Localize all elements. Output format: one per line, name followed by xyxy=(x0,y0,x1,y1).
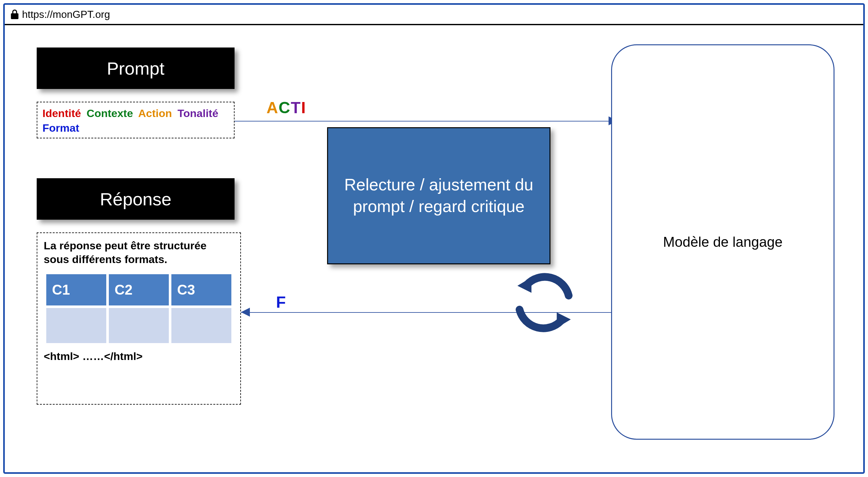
acti-c: C xyxy=(279,99,291,117)
sample-table: C1 C2 C3 xyxy=(44,272,234,346)
svg-marker-0 xyxy=(517,277,531,293)
svg-marker-1 xyxy=(557,312,571,328)
palette-contexte: Contexte xyxy=(87,107,133,119)
prompt-title-box: Prompt xyxy=(37,47,235,89)
browser-window: https://monGPT.org Prompt Identité Conte… xyxy=(3,3,865,474)
reponse-detail-box: La réponse peut être structurée sous dif… xyxy=(37,233,241,405)
table-row xyxy=(46,308,231,343)
arrow-prompt-to-model xyxy=(235,121,611,122)
review-text: Relecture / ajustement du prompt / regar… xyxy=(338,174,540,217)
palette-identite: Identité xyxy=(42,107,81,119)
reponse-title: Réponse xyxy=(100,189,172,209)
table-header-c2: C2 xyxy=(109,274,169,305)
arrow-head-left-icon xyxy=(241,308,250,317)
review-box: Relecture / ajustement du prompt / regar… xyxy=(327,127,551,264)
reponse-description: La réponse peut être structurée sous dif… xyxy=(44,239,234,266)
language-model-box: Modèle de langage xyxy=(611,44,835,440)
diagram-frame: https://monGPT.org Prompt Identité Conte… xyxy=(0,0,868,477)
address-bar: https://monGPT.org xyxy=(5,5,863,25)
url-text: https://monGPT.org xyxy=(22,9,110,21)
acti-i: I xyxy=(301,99,306,117)
table-cell xyxy=(109,308,169,343)
f-label: F xyxy=(276,293,286,311)
cycle-arrows-icon xyxy=(509,268,579,338)
html-sample-text: <html> ……</html> xyxy=(44,350,234,363)
palette-action: Action xyxy=(138,107,172,119)
acti-a: A xyxy=(267,99,279,117)
acti-label: ACTI xyxy=(267,99,306,117)
palette-tonalite: Tonalité xyxy=(178,107,218,119)
prompt-palette-box: Identité Contexte Action Tonalité Format xyxy=(37,102,235,138)
language-model-label: Modèle de langage xyxy=(663,234,782,250)
table-cell xyxy=(46,308,106,343)
acti-t: T xyxy=(291,99,301,117)
table-header-c1: C1 xyxy=(46,274,106,305)
reponse-title-box: Réponse xyxy=(37,178,235,220)
palette-format: Format xyxy=(42,122,79,134)
prompt-title: Prompt xyxy=(107,58,165,79)
diagram-canvas: Prompt Identité Contexte Action Tonalité… xyxy=(5,25,863,472)
table-header-c3: C3 xyxy=(172,274,231,305)
lock-icon xyxy=(10,9,19,19)
table-cell xyxy=(172,308,231,343)
